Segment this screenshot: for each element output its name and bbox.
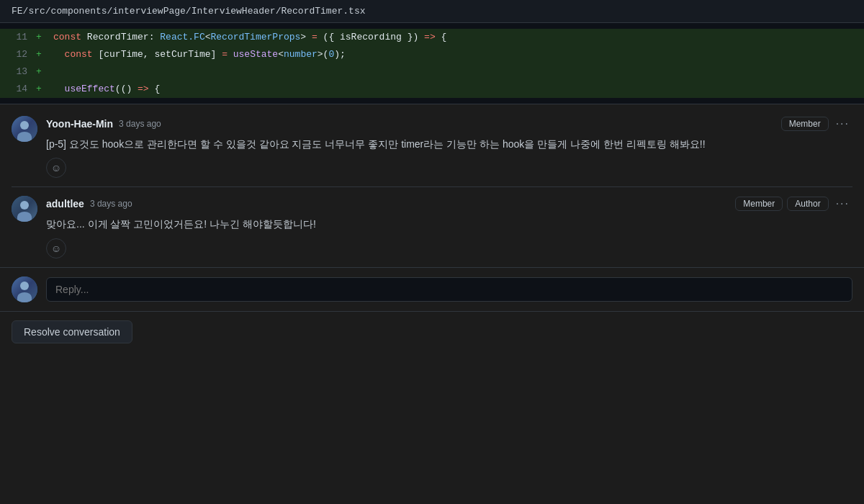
emoji-button-1[interactable]: ☺ bbox=[46, 158, 66, 178]
line-code-14: useEffect(() => { bbox=[50, 82, 864, 96]
line-plus-14: + bbox=[36, 82, 50, 96]
comment-1-time: 3 days ago bbox=[119, 119, 161, 129]
reply-section bbox=[0, 267, 864, 311]
avatar-img-reply bbox=[12, 276, 37, 302]
comment-2: adultlee 3 days ago Member Author ··· 맞아… bbox=[12, 196, 852, 258]
line-number-12: 12 bbox=[0, 48, 36, 62]
comment-1-author: Yoon-Hae-Min bbox=[46, 118, 113, 130]
comments-section: Yoon-Hae-Min 3 days ago Member ··· [p-5]… bbox=[0, 104, 864, 504]
more-button-2[interactable]: ··· bbox=[833, 196, 852, 212]
line-code-12: const [curTime, setCurTime] = useState<n… bbox=[50, 48, 864, 62]
file-path: FE/src/components/interviewPage/Intervie… bbox=[0, 0, 864, 23]
line-code-11: const RecordTimer: React.FC<RecordTimerP… bbox=[50, 30, 864, 45]
code-line-12: 12 + const [curTime, setCurTime] = useSt… bbox=[0, 46, 864, 63]
emoji-icon-2: ☺ bbox=[51, 243, 61, 254]
comment-1: Yoon-Hae-Min 3 days ago Member ··· [p-5]… bbox=[12, 116, 852, 178]
code-lines: 11 + const RecordTimer: React.FC<RecordT… bbox=[0, 23, 864, 104]
comment-1-body: Yoon-Hae-Min 3 days ago Member ··· [p-5]… bbox=[46, 116, 852, 178]
badge-author-2: Author bbox=[787, 197, 828, 211]
comment-divider bbox=[12, 186, 852, 187]
comment-1-header: Yoon-Hae-Min 3 days ago Member ··· bbox=[46, 116, 852, 132]
code-line-14: 14 + useEffect(() => { bbox=[0, 81, 864, 98]
code-line-11: 11 + const RecordTimer: React.FC<RecordT… bbox=[0, 29, 864, 46]
code-line-13: 13 + bbox=[0, 63, 864, 81]
comment-2-header: adultlee 3 days ago Member Author ··· bbox=[46, 196, 852, 212]
comment-1-header-right: Member ··· bbox=[781, 116, 852, 132]
comment-2-author: adultlee bbox=[46, 198, 84, 210]
comment-2-time: 3 days ago bbox=[90, 199, 132, 209]
comment-2-header-left: adultlee 3 days ago bbox=[46, 198, 132, 210]
resolve-button[interactable]: Resolve conversation bbox=[12, 320, 132, 343]
avatar-adultlee bbox=[12, 196, 37, 222]
line-number-13: 13 bbox=[0, 65, 36, 79]
reply-input[interactable] bbox=[46, 277, 852, 302]
avatar-reply bbox=[12, 276, 37, 302]
comment-1-header-left: Yoon-Hae-Min 3 days ago bbox=[46, 118, 161, 130]
emoji-button-2[interactable]: ☺ bbox=[46, 238, 66, 258]
comment-2-text: 맞아요... 이게 살짝 고민이었거든요! 나누긴 해야할듯합니다! bbox=[46, 216, 852, 232]
emoji-icon-1: ☺ bbox=[51, 162, 61, 174]
more-button-1[interactable]: ··· bbox=[833, 116, 852, 132]
comment-1-text: [p-5] 요것도 hook으로 관리한다면 할 수 있을것 같아요 지금도 너… bbox=[46, 136, 852, 152]
avatar-img-2 bbox=[12, 196, 37, 222]
avatar-yoon-hae-min bbox=[12, 116, 37, 142]
line-plus-12: + bbox=[36, 48, 50, 62]
badge-member-2: Member bbox=[735, 197, 783, 211]
resolve-section: Resolve conversation bbox=[0, 311, 864, 355]
comment-2-body: adultlee 3 days ago Member Author ··· 맞아… bbox=[46, 196, 852, 258]
line-plus-13: + bbox=[36, 65, 50, 79]
avatar-img-1 bbox=[12, 116, 37, 142]
comment-thread: Yoon-Hae-Min 3 days ago Member ··· [p-5]… bbox=[0, 104, 864, 258]
line-number-11: 11 bbox=[0, 30, 36, 45]
badge-member-1: Member bbox=[781, 117, 829, 131]
code-block: FE/src/components/interviewPage/Intervie… bbox=[0, 0, 864, 104]
comment-2-header-right: Member Author ··· bbox=[735, 196, 852, 212]
line-plus-11: + bbox=[36, 30, 50, 45]
line-number-14: 14 bbox=[0, 82, 36, 96]
